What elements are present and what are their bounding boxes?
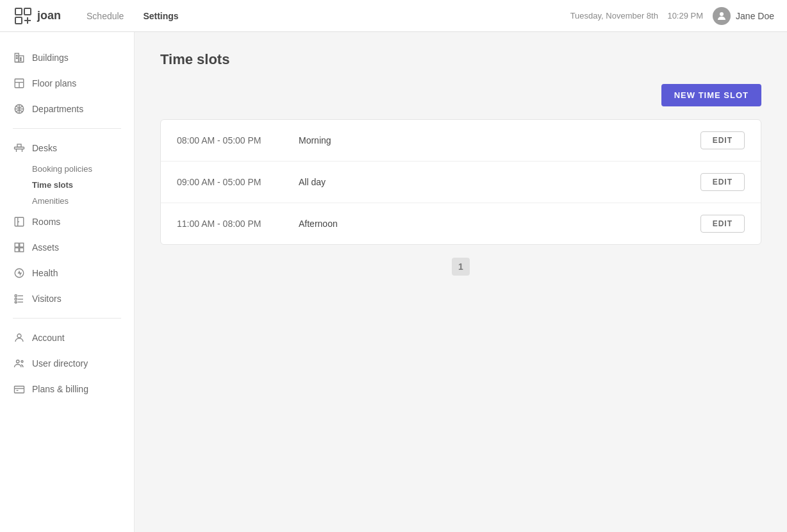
sidebar-item-visitors[interactable]: Visitors bbox=[0, 286, 134, 312]
svg-rect-24 bbox=[15, 243, 19, 247]
main-content: Time slots NEW TIME SLOT 08:00 AM - 05:0… bbox=[135, 32, 787, 532]
timeslot-name-1: Morning bbox=[299, 135, 700, 145]
sidebar-item-rooms[interactable]: Rooms bbox=[0, 209, 134, 235]
date-display: Tuesday, November 8th 10:29 PM bbox=[570, 11, 703, 21]
time-slots-link[interactable]: Time slots bbox=[32, 177, 134, 193]
timeslot-list: 08:00 AM - 05:00 PM Morning EDIT 09:00 A… bbox=[160, 119, 761, 245]
sidebar-divider-2 bbox=[13, 318, 121, 319]
edit-button-3[interactable]: EDIT bbox=[700, 215, 745, 233]
nav-settings[interactable]: Settings bbox=[143, 8, 178, 24]
timeslot-time-2: 09:00 AM - 05:00 PM bbox=[177, 177, 299, 187]
topnav-right: Tuesday, November 8th 10:29 PM Jane Doe bbox=[570, 7, 774, 25]
rooms-icon bbox=[13, 215, 26, 228]
sidebar-item-floor-plans[interactable]: Floor plans bbox=[0, 71, 134, 96]
sidebar-item-assets[interactable]: Assets bbox=[0, 235, 134, 260]
visitors-icon bbox=[13, 292, 26, 305]
sidebar-item-buildings[interactable]: Buildings bbox=[0, 45, 134, 71]
pagination: 1 bbox=[160, 258, 761, 276]
svg-rect-22 bbox=[17, 144, 21, 147]
sidebar-group-main: Buildings Floor plans Departments bbox=[0, 45, 134, 122]
svg-point-35 bbox=[17, 334, 21, 338]
svg-point-28 bbox=[15, 269, 24, 278]
page-title: Time slots bbox=[160, 51, 761, 68]
billing-icon bbox=[13, 383, 26, 395]
health-label: Health bbox=[32, 268, 58, 278]
sidebar-item-health[interactable]: Health bbox=[0, 260, 134, 286]
buildings-icon bbox=[13, 51, 26, 64]
svg-rect-11 bbox=[21, 58, 22, 59]
user-directory-icon bbox=[13, 357, 26, 370]
svg-point-5 bbox=[720, 12, 724, 16]
svg-rect-25 bbox=[20, 243, 24, 247]
svg-point-36 bbox=[17, 360, 20, 363]
assets-icon bbox=[13, 241, 26, 254]
booking-policies-link[interactable]: Booking policies bbox=[32, 161, 134, 177]
sidebar-item-plans-billing[interactable]: Plans & billing bbox=[0, 376, 134, 402]
edit-button-2[interactable]: EDIT bbox=[700, 173, 745, 191]
svg-rect-30 bbox=[15, 298, 17, 300]
user-info[interactable]: Jane Doe bbox=[713, 7, 774, 25]
sidebar-group-account: Account User directory Plans & billing bbox=[0, 325, 134, 402]
visitors-label: Visitors bbox=[32, 294, 62, 304]
sidebar-item-departments[interactable]: Departments bbox=[0, 96, 134, 122]
user-name: Jane Doe bbox=[736, 11, 774, 21]
user-directory-label: User directory bbox=[32, 358, 88, 369]
main-layout: Buildings Floor plans Departments bbox=[0, 32, 787, 532]
svg-rect-26 bbox=[15, 248, 19, 252]
svg-rect-38 bbox=[15, 387, 24, 394]
svg-rect-10 bbox=[17, 58, 18, 59]
date-text: Tuesday, November 8th bbox=[570, 11, 658, 21]
sidebar-item-user-directory[interactable]: User directory bbox=[0, 351, 134, 376]
sidebar-divider-1 bbox=[13, 128, 121, 129]
avatar bbox=[713, 7, 731, 25]
svg-rect-9 bbox=[17, 55, 18, 56]
buildings-label: Buildings bbox=[32, 53, 69, 63]
toolbar: NEW TIME SLOT bbox=[160, 84, 761, 106]
timeslot-time-3: 11:00 AM - 08:00 PM bbox=[177, 219, 299, 229]
sidebar-item-desks[interactable]: Desks bbox=[0, 135, 134, 161]
timeslot-name-2: All day bbox=[299, 177, 700, 187]
departments-label: Departments bbox=[32, 104, 83, 114]
svg-rect-29 bbox=[15, 295, 17, 297]
table-row: 08:00 AM - 05:00 PM Morning EDIT bbox=[161, 120, 761, 162]
account-icon bbox=[13, 331, 26, 344]
svg-rect-31 bbox=[15, 302, 17, 303]
logo-text: joan bbox=[37, 9, 61, 22]
sidebar-group-resources: Desks Booking policies Time slots Amenit… bbox=[0, 135, 134, 312]
svg-rect-2 bbox=[15, 17, 22, 24]
plans-billing-label: Plans & billing bbox=[32, 384, 88, 394]
departments-icon bbox=[13, 103, 26, 115]
new-timeslot-button[interactable]: NEW TIME SLOT bbox=[661, 84, 761, 106]
svg-rect-1 bbox=[24, 8, 31, 15]
amenities-link[interactable]: Amenities bbox=[32, 193, 134, 209]
desks-label: Desks bbox=[32, 143, 57, 153]
nav-links: Schedule Settings bbox=[87, 8, 570, 24]
floor-plans-icon bbox=[13, 77, 26, 90]
table-row: 09:00 AM - 05:00 PM All day EDIT bbox=[161, 162, 761, 203]
health-icon bbox=[13, 267, 26, 279]
desks-submenu: Booking policies Time slots Amenities bbox=[0, 161, 134, 209]
svg-rect-0 bbox=[15, 8, 22, 15]
timeslot-time-1: 08:00 AM - 05:00 PM bbox=[177, 135, 299, 145]
rooms-label: Rooms bbox=[32, 217, 60, 227]
logo-icon bbox=[13, 6, 33, 26]
svg-point-37 bbox=[21, 361, 23, 363]
account-label: Account bbox=[32, 333, 65, 343]
time-text: 10:29 PM bbox=[667, 11, 703, 21]
sidebar: Buildings Floor plans Departments bbox=[0, 32, 135, 532]
top-navigation: joan Schedule Settings Tuesday, November… bbox=[0, 0, 787, 32]
nav-schedule[interactable]: Schedule bbox=[87, 8, 124, 24]
assets-label: Assets bbox=[32, 242, 59, 253]
logo[interactable]: joan bbox=[13, 6, 61, 26]
desks-icon bbox=[13, 142, 26, 154]
page-1[interactable]: 1 bbox=[452, 258, 470, 276]
svg-rect-27 bbox=[20, 248, 24, 252]
table-row: 11:00 AM - 08:00 PM Afternoon EDIT bbox=[161, 203, 761, 244]
floor-plans-label: Floor plans bbox=[32, 78, 76, 88]
svg-rect-12 bbox=[21, 60, 22, 61]
timeslot-name-3: Afternoon bbox=[299, 219, 700, 229]
sidebar-item-account[interactable]: Account bbox=[0, 325, 134, 351]
edit-button-1[interactable]: EDIT bbox=[700, 131, 745, 149]
